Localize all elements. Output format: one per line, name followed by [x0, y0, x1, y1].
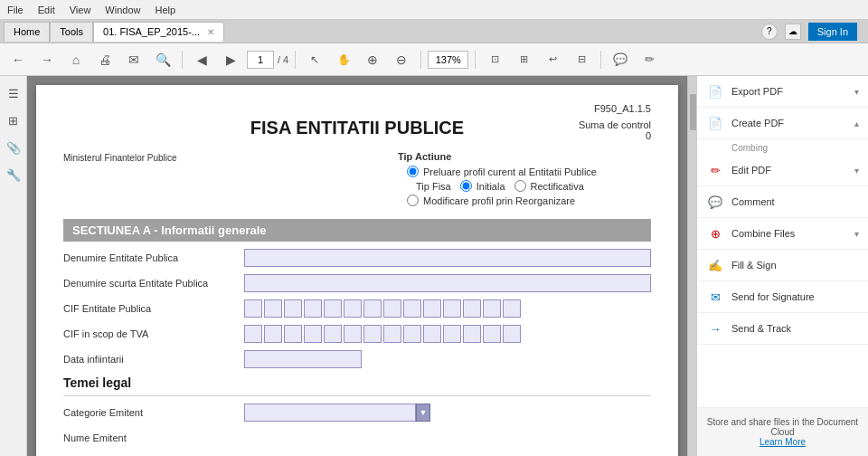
cif-tva-cell-13[interactable] — [483, 325, 501, 343]
panel-item-export-pdf[interactable]: 📄 Export PDF ▾ — [697, 76, 868, 108]
row-categorie-emitent: Categorie Emitent ▼ — [63, 404, 651, 422]
pan-tool[interactable]: ✋ — [331, 48, 356, 71]
cif-cell-12[interactable] — [463, 299, 481, 318]
menu-file[interactable]: File — [7, 5, 24, 15]
option-initiala[interactable]: Initiala — [460, 180, 505, 192]
panel-item-send-signature[interactable]: ✉ Send for Signature — [697, 281, 868, 313]
home-button[interactable]: ⌂ — [63, 48, 89, 71]
sep2 — [295, 51, 296, 69]
scroll-indicator[interactable] — [687, 76, 696, 456]
radio-modificare[interactable] — [407, 195, 419, 206]
menu-help[interactable]: Help — [155, 5, 175, 15]
print-button[interactable]: 🖨 — [92, 48, 118, 71]
option-modificare[interactable]: Modificare profil prin Reorganizare — [407, 195, 651, 206]
cif-tva-cell-10[interactable] — [423, 325, 441, 343]
cif-cell-6[interactable] — [344, 299, 362, 318]
cif-tva-cell-1[interactable] — [244, 325, 262, 343]
panel-item-fill-sign[interactable]: ✍ Fill & Sign — [697, 250, 868, 281]
menu-window[interactable]: Window — [105, 5, 140, 15]
option-rectificativa[interactable]: Rectificativa — [514, 180, 584, 192]
input-categorie-emitent[interactable] — [244, 404, 416, 422]
back-button[interactable]: ← — [5, 48, 31, 71]
cif-cell-2[interactable] — [264, 299, 282, 318]
left-panel: ☰ ⊞ 📎 🔧 — [0, 76, 27, 456]
cif-tva-cell-11[interactable] — [443, 325, 461, 343]
option-preluare[interactable]: Preluare profil curent al Entitatii Publ… — [407, 166, 651, 177]
cif-tva-cell-3[interactable] — [284, 325, 302, 343]
row-data-infiintarii: Data infiintarii — [63, 350, 651, 368]
email-button[interactable]: ✉ — [121, 48, 146, 71]
panel-item-send-track[interactable]: → Send & Track — [697, 313, 868, 345]
tab-tools[interactable]: Tools — [50, 22, 93, 42]
panel-item-create-pdf[interactable]: 📄 Create PDF ▴ — [697, 108, 868, 139]
input-denumire-ep[interactable] — [244, 249, 651, 267]
tool-extra[interactable]: ⊟ — [569, 48, 594, 71]
forward-button[interactable]: → — [34, 48, 60, 71]
export-pdf-arrow-icon: ▾ — [854, 87, 859, 97]
cif-cell-11[interactable] — [443, 299, 461, 318]
row-denumire-ep: Denumire Entitate Publica — [63, 249, 651, 267]
zoom-input[interactable]: 137% — [428, 51, 468, 69]
input-data-infiintarii[interactable] — [244, 350, 362, 368]
left-panel-icon-4[interactable]: 🔧 — [4, 165, 24, 185]
cif-cell-13[interactable] — [483, 299, 501, 318]
suma-label: Suma de control — [505, 119, 652, 130]
pencil-button[interactable]: ✏ — [637, 48, 662, 71]
cloud-icon[interactable]: ☁ — [785, 24, 801, 40]
menu-view[interactable]: View — [70, 5, 91, 15]
cif-tva-cell-8[interactable] — [383, 325, 401, 343]
panel-item-combine[interactable]: ⊕ Combine Files ▾ — [697, 218, 868, 250]
search-button[interactable]: 🔍 — [150, 48, 175, 71]
cif-tva-cell-7[interactable] — [363, 325, 382, 343]
tab-close-icon[interactable]: ✕ — [207, 27, 214, 37]
tip-fisa-label: Tip Fisa — [416, 181, 451, 192]
menu-bar: File Edit View Window Help — [0, 0, 868, 20]
cursor-tool[interactable]: ↖ — [302, 48, 327, 71]
cif-tva-cell-5[interactable] — [324, 325, 342, 343]
cif-cell-3[interactable] — [284, 299, 302, 318]
zoom-in[interactable]: ⊕ — [360, 48, 385, 71]
left-panel-icon-1[interactable]: ☰ — [4, 83, 24, 103]
learn-more-link[interactable]: Learn More — [760, 437, 806, 447]
right-panel: 📄 Export PDF ▾ 📄 Create PDF ▴ Combing ✏ … — [696, 76, 868, 456]
cif-cell-9[interactable] — [403, 299, 421, 318]
tab-document[interactable]: 01. FISA_EP_2015-... ✕ — [93, 22, 224, 42]
fit-width-button[interactable]: ⊞ — [511, 48, 536, 71]
cif-tva-cell-2[interactable] — [264, 325, 282, 343]
edit-pdf-arrow-icon: ▾ — [854, 166, 859, 176]
panel-item-comment[interactable]: 💬 Comment — [697, 186, 868, 218]
cif-tva-cell-4[interactable] — [304, 325, 322, 343]
prev-page-button[interactable]: ◀ — [189, 48, 214, 71]
next-page-button[interactable]: ▶ — [218, 48, 243, 71]
cif-cell-7[interactable] — [363, 299, 382, 318]
cif-cell-1[interactable] — [244, 299, 262, 318]
cif-cell-5[interactable] — [324, 299, 342, 318]
cif-cell-10[interactable] — [423, 299, 441, 318]
send-signature-icon: ✉ — [706, 288, 724, 306]
page-number-input[interactable]: 1 — [247, 51, 274, 69]
help-icon[interactable]: ? — [761, 24, 778, 40]
cif-cell-4[interactable] — [304, 299, 322, 318]
radio-initiala[interactable] — [460, 180, 472, 192]
cif-tva-cell-9[interactable] — [403, 325, 421, 343]
tab-home[interactable]: Home — [4, 22, 50, 42]
dropdown-arrow-icon[interactable]: ▼ — [416, 404, 430, 422]
rotate-button[interactable]: ↩ — [540, 48, 565, 71]
cif-cell-14[interactable] — [503, 299, 521, 318]
radio-rectificativa[interactable] — [514, 180, 526, 192]
cif-tva-cell-12[interactable] — [463, 325, 481, 343]
left-panel-icon-2[interactable]: ⊞ — [4, 110, 24, 130]
input-denumire-scurta[interactable] — [244, 274, 651, 292]
sign-in-button[interactable]: Sign In — [808, 23, 857, 41]
panel-item-edit-pdf[interactable]: ✏ Edit PDF ▾ — [697, 155, 868, 186]
fit-page-button[interactable]: ⊡ — [482, 48, 507, 71]
menu-edit[interactable]: Edit — [38, 5, 55, 15]
create-pdf-arrow-icon: ▴ — [854, 119, 859, 128]
left-panel-icon-3[interactable]: 📎 — [4, 138, 24, 157]
cif-tva-cell-14[interactable] — [503, 325, 521, 343]
comment-button[interactable]: 💬 — [608, 48, 633, 71]
cif-cell-8[interactable] — [383, 299, 401, 318]
radio-preluare[interactable] — [407, 166, 419, 177]
zoom-out[interactable]: ⊖ — [389, 48, 414, 71]
cif-tva-cell-6[interactable] — [344, 325, 362, 343]
